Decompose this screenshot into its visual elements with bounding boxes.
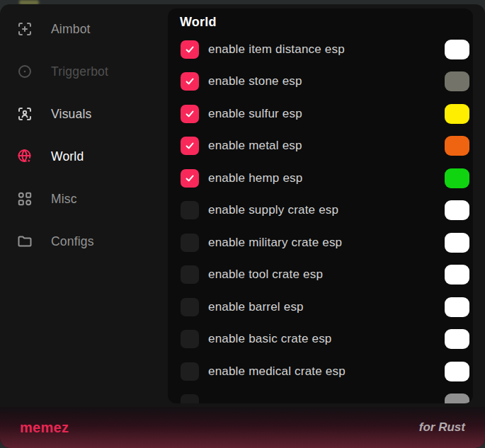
esp-label: enable hemp esp bbox=[208, 171, 302, 185]
esp-label: enable stone esp bbox=[208, 74, 302, 88]
world-globe-icon bbox=[16, 148, 33, 165]
footer-bar: memez for Rust bbox=[0, 407, 485, 448]
sidebar: Aimbot Triggerbot Visuals bbox=[0, 4, 168, 448]
esp-label: enable tool crate esp bbox=[208, 268, 323, 282]
sidebar-item-label: Visuals bbox=[51, 107, 92, 122]
esp-row: enable sulfur esp bbox=[168, 98, 473, 130]
sidebar-item-label: World bbox=[51, 149, 84, 164]
sidebar-item-aimbot[interactable]: Aimbot bbox=[0, 8, 168, 50]
visuals-user-scan-icon bbox=[16, 105, 33, 122]
sidebar-item-label: Misc bbox=[51, 192, 77, 207]
esp-row: enable stone esp bbox=[168, 66, 473, 98]
sidebar-item-triggerbot[interactable]: Triggerbot bbox=[0, 50, 168, 93]
color-swatch[interactable] bbox=[445, 329, 469, 349]
esp-label: enable item distance esp bbox=[208, 42, 345, 57]
esp-checkbox[interactable] bbox=[181, 105, 199, 123]
esp-checkbox[interactable] bbox=[181, 330, 199, 348]
esp-checkbox[interactable] bbox=[181, 265, 199, 284]
esp-label: enable metal esp bbox=[208, 139, 302, 153]
esp-checkbox[interactable] bbox=[181, 234, 199, 252]
sidebar-item-misc[interactable]: Misc bbox=[0, 178, 168, 220]
color-swatch[interactable] bbox=[445, 168, 469, 188]
esp-checkbox[interactable] bbox=[181, 201, 199, 219]
configs-folder-icon bbox=[16, 233, 33, 250]
triggerbot-target-icon bbox=[16, 63, 33, 80]
color-swatch[interactable] bbox=[445, 297, 469, 317]
esp-checkbox[interactable] bbox=[181, 169, 199, 188]
misc-categories-icon bbox=[16, 190, 33, 207]
esp-checkbox[interactable] bbox=[181, 362, 199, 381]
esp-checkbox[interactable] bbox=[181, 72, 199, 91]
color-swatch[interactable] bbox=[445, 394, 469, 403]
esp-row: enable military crate esp bbox=[168, 226, 473, 259]
esp-row: enable metal esp bbox=[168, 130, 473, 163]
color-swatch[interactable] bbox=[445, 136, 469, 156]
esp-row: enable tool crate esp bbox=[168, 259, 473, 292]
color-swatch[interactable] bbox=[445, 233, 469, 253]
esp-label: enable military crate esp bbox=[208, 236, 342, 250]
world-settings-panel: World enable item distance esp enable st… bbox=[168, 8, 473, 403]
esp-row: enable supply crate esp bbox=[168, 195, 473, 227]
sidebar-item-label: Aimbot bbox=[51, 22, 91, 37]
esp-label: enable supply crate esp bbox=[208, 203, 338, 217]
esp-options-list: enable item distance esp enable stone es… bbox=[168, 33, 473, 403]
sidebar-item-world[interactable]: World bbox=[0, 135, 168, 178]
brand-name: memez bbox=[20, 420, 69, 436]
esp-label: enable sulfur esp bbox=[208, 107, 302, 121]
sidebar-item-visuals[interactable]: Visuals bbox=[0, 93, 168, 135]
esp-row bbox=[168, 388, 473, 404]
brand-tagline: for Rust bbox=[419, 420, 465, 435]
esp-checkbox[interactable] bbox=[181, 40, 199, 59]
color-swatch[interactable] bbox=[445, 200, 469, 220]
esp-label: enable barrel esp bbox=[208, 300, 304, 314]
panel-title: World bbox=[168, 8, 473, 30]
esp-row: enable item distance esp bbox=[168, 33, 473, 66]
color-swatch[interactable] bbox=[445, 40, 469, 59]
esp-checkbox[interactable] bbox=[181, 394, 199, 403]
aimbot-crosshair-icon bbox=[16, 21, 33, 38]
sidebar-item-label: Configs bbox=[51, 234, 94, 249]
esp-row: enable basic crate esp bbox=[168, 323, 473, 356]
cheat-menu-window: Aimbot Triggerbot Visuals bbox=[0, 4, 485, 448]
esp-label: enable basic crate esp bbox=[208, 332, 332, 346]
color-swatch[interactable] bbox=[445, 362, 469, 381]
esp-checkbox[interactable] bbox=[181, 298, 199, 316]
esp-row: enable hemp esp bbox=[168, 162, 473, 195]
sidebar-item-label: Triggerbot bbox=[51, 64, 108, 79]
color-swatch[interactable] bbox=[445, 71, 469, 91]
color-swatch[interactable] bbox=[445, 265, 469, 285]
esp-checkbox[interactable] bbox=[181, 137, 199, 155]
esp-label: enable medical crate esp bbox=[208, 364, 346, 379]
color-swatch[interactable] bbox=[445, 104, 469, 124]
sidebar-item-configs[interactable]: Configs bbox=[0, 220, 168, 263]
esp-row: enable medical crate esp bbox=[168, 355, 473, 388]
esp-row: enable barrel esp bbox=[168, 291, 473, 323]
